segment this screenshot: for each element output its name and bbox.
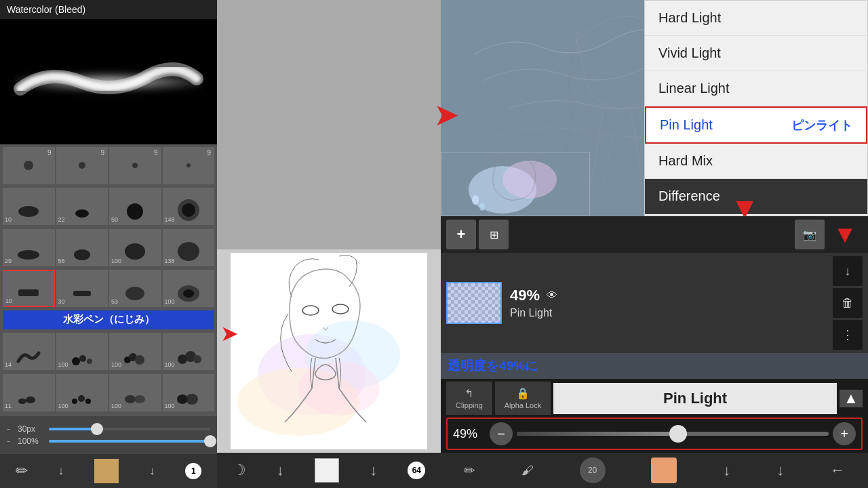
anime-canvas (231, 253, 427, 449)
left-bottom-nav: ✏ ↓ ↓ 1 (0, 454, 217, 488)
brush-cell-r2c4[interactable]: 148 (163, 188, 215, 225)
nav-btn-3[interactable]: ↓ (149, 465, 155, 477)
color-swatch[interactable] (94, 459, 119, 483)
svg-point-28 (125, 395, 136, 403)
brush-cell-r1c1[interactable]: 9 (3, 147, 55, 184)
svg-point-5 (18, 250, 39, 260)
brush-cell-r6c2[interactable]: 100 (56, 333, 108, 370)
rbnb-btn-4[interactable]: ↓ (776, 462, 784, 479)
brush-cell-r3c2[interactable]: 56 (56, 229, 108, 266)
layer-more-btn[interactable]: ⋮ (833, 320, 863, 350)
opacity-label: 100% (18, 436, 45, 446)
main-container: Watercolor (Bleed) 9 9 (0, 0, 868, 488)
brush-cell-r7c1[interactable]: 11 (3, 374, 55, 411)
brush-cell-r4c4[interactable]: 100 (163, 270, 215, 307)
brush-cell-r2c2[interactable]: 22 (56, 188, 108, 225)
layer-opacity-display: 49% (510, 287, 540, 304)
brush-cell-r3c3[interactable]: 100 (109, 229, 161, 266)
dropdown-item-hardmix[interactable]: Hard Mix (645, 144, 867, 179)
blend-mode-btn[interactable]: Pin Light (553, 383, 837, 414)
dropdown-item-pinlight-selected[interactable]: Pin Light ピンライト (645, 106, 867, 144)
page-num-1: 1 (185, 463, 201, 479)
brush-cell-r7c4[interactable]: 100 (163, 374, 215, 411)
brush-cell-r2c1[interactable]: 10 (3, 188, 55, 225)
brush-cell-r7c2[interactable]: 100 (56, 374, 108, 411)
layer-delete-btn[interactable]: 🗑 (833, 288, 863, 318)
rbnb-btn-3[interactable]: ↓ (723, 462, 730, 479)
layer-thumbnail[interactable] (446, 282, 502, 324)
rbnb-btn-5[interactable]: ← (830, 462, 845, 479)
brush-cell-r6c3[interactable]: 100 (109, 333, 161, 370)
brush-cell-r6c1[interactable]: 14 (3, 333, 55, 370)
svg-point-7 (125, 243, 145, 260)
opacity-minus-btn[interactable]: − (490, 422, 513, 445)
layer-down-btn[interactable]: ↓ (833, 256, 863, 286)
page-num-canvas: 64 (408, 462, 425, 479)
brush-stroke-visual (14, 68, 203, 96)
svg-point-22 (193, 355, 201, 363)
opacity-plus-btn[interactable]: + (833, 422, 856, 445)
top-drawing-area: ▼ (441, 0, 868, 216)
brush-cell-r2c3[interactable]: 50 (109, 188, 161, 225)
brush-cell-r3c4[interactable]: 138 (163, 229, 215, 266)
brush-cell-r3c1[interactable]: 29 (3, 229, 55, 266)
mid-nav-btn-2[interactable]: ↓ (277, 462, 284, 479)
svg-point-2 (127, 203, 143, 220)
brush-cell-r4c3[interactable]: 53 (109, 270, 161, 307)
camera-btn[interactable]: 📷 (795, 220, 825, 249)
mini-preview-svg (441, 152, 590, 216)
layer-eye-icon[interactable]: 👁 (547, 289, 557, 302)
color-swatch-right[interactable] (651, 458, 677, 483)
bottom-controls-bar: ↰ Clipping 🔒 Alpha Lock Pin Light ▲ 49% … (441, 379, 868, 453)
blend-up-btn[interactable]: ▲ (840, 390, 863, 407)
brush-grid: 9 9 9 9 10 22 (0, 144, 217, 416)
mid-nav-btn-3[interactable]: ↓ (370, 462, 377, 479)
svg-point-27 (85, 399, 91, 404)
blend-controls-row: ↰ Clipping 🔒 Alpha Lock Pin Light ▲ (446, 382, 863, 415)
brush-cell-r1c3[interactable]: 9 (109, 147, 161, 184)
size-slider-track[interactable] (49, 428, 210, 430)
svg-point-26 (78, 395, 85, 402)
brush-cell-r1c2[interactable]: 9 (56, 147, 108, 184)
brush-cell-r4c2[interactable]: 30 (56, 270, 108, 307)
brush-cell-r6c4[interactable]: 100 (163, 333, 215, 370)
minus-opacity-icon[interactable]: − (7, 438, 14, 445)
opacity-slider-track[interactable] (49, 440, 210, 443)
rbnb-btn-1[interactable]: ✏ (464, 462, 475, 479)
dropdown-item-hardlight[interactable]: Hard Light (645, 1, 867, 36)
red-arrow-down-1: ▼ (730, 193, 760, 216)
opacity-slider[interactable] (517, 432, 829, 436)
brush-cell-r1c4[interactable]: 9 (163, 147, 215, 184)
mid-nav-btn-1[interactable]: ☽ (233, 462, 246, 479)
size-label: 30px (18, 424, 45, 434)
svg-point-6 (74, 249, 90, 260)
slider-section: − 30px − 100% (0, 416, 217, 454)
brush-cell-label: 水彩ペン（にじみ） (3, 310, 214, 329)
brush-cell-r7c3[interactable]: 100 (109, 374, 161, 411)
right-bottom-nav: ✏ 🖌 20 ↓ ↓ ← (441, 453, 868, 488)
svg-point-11 (125, 287, 144, 300)
svg-point-42 (502, 161, 557, 199)
middle-top-area: ➤ (217, 0, 441, 249)
clipping-btn[interactable]: ↰ Clipping (446, 382, 492, 415)
svg-point-44 (479, 203, 485, 211)
red-arrow-right-1: ➤ (435, 100, 458, 131)
add-layer-btn[interactable]: + (446, 220, 476, 249)
svg-point-31 (186, 394, 198, 405)
nav-btn-1[interactable]: ✏ (16, 462, 28, 480)
svg-point-8 (178, 242, 199, 261)
dropdown-item-linearlight[interactable]: Linear Light (645, 71, 867, 106)
minus-size-icon[interactable]: − (7, 426, 14, 433)
svg-point-29 (134, 395, 145, 403)
brush-name: Watercolor (Bleed) (0, 0, 217, 19)
dropdown-item-vividlight[interactable]: Vivid Light (645, 36, 867, 71)
rbnb-btn-2[interactable]: 🖌 (521, 464, 534, 478)
copy-layer-btn[interactable]: ⊞ (479, 220, 509, 249)
svg-point-14 (72, 357, 80, 365)
brush-cell-r4c1[interactable]: 10 (3, 270, 55, 307)
alpha-lock-btn[interactable]: 🔒 Alpha Lock (495, 382, 551, 415)
mid-color-swatch[interactable] (315, 458, 339, 483)
nav-btn-2[interactable]: ↓ (58, 465, 64, 477)
size-slider-row: − 30px (7, 424, 210, 434)
layers-panel: + ⊞ 📷 ▼ (441, 216, 868, 488)
